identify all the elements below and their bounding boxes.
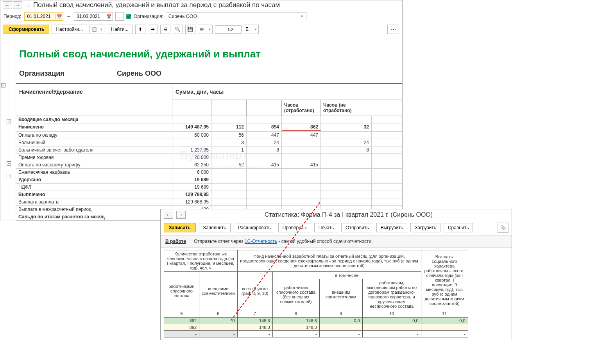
grid-row[interactable]: Премия годовая20 000 [16,154,402,161]
p4-cell[interactable]: - [199,331,238,337]
status-label[interactable]: В работе [165,239,186,244]
p4-cell[interactable]: 148,3 [237,324,272,331]
h-sub1: работниками списочного состава [164,272,199,310]
grid-row[interactable]: Ежемесячная надбавка6 000 [16,169,402,176]
nav-forward-button[interactable]: → [176,211,186,219]
p4-cell[interactable]: - [319,324,362,331]
date-to-input[interactable] [74,12,105,20]
print-button[interactable]: 🖨 [160,25,170,34]
p4-cell[interactable]: - [362,324,421,331]
grid-row[interactable]: Удержано19 689 [16,176,402,184]
date-dash: – [67,14,70,19]
p4-cell[interactable]: 148,3 [272,318,319,324]
more-button[interactable]: ⋯ [387,25,399,34]
cell [321,154,372,161]
h-block3: Выплаты социального характера работникам… [421,250,468,310]
p4-cell[interactable]: - [164,331,199,337]
grid-row[interactable]: НДФЛ19 689 [16,184,402,191]
date-from-input[interactable] [25,12,55,20]
cell: 415 [282,161,321,168]
mail-button[interactable]: ✉▾ [198,25,213,34]
date-from-field[interactable]: 📅 [24,12,63,21]
grid-row[interactable]: Входящее сальдо месяца [16,116,402,123]
status-link[interactable]: 1С-Отчетность [245,239,277,244]
col-sum: Сумма, дни, часы [172,84,402,100]
col-hours-worked: Часов (отработано) [282,100,321,116]
tree-toggle[interactable]: − [1,83,5,87]
h-block2: Фонд начисленной заработной платы за отч… [237,250,421,272]
col-name: Начисление/Удержание [16,84,172,116]
check-button[interactable]: Проверка ▾ [278,223,311,232]
period-select-button[interactable]: ... [115,12,124,21]
sum-button[interactable]: Σ▾ [244,25,259,34]
nav-forward-button[interactable]: → [13,1,22,9]
cell [211,176,247,183]
variants-button[interactable]: 📋▾ [90,25,104,34]
p4-cell[interactable]: 0,0 [421,318,468,324]
cell: 129 798,95 [172,191,211,198]
data-row-3[interactable]: ------- [164,331,468,337]
date-to-field[interactable]: 📅 [74,12,113,21]
org-value: Сирень ООО [168,14,197,19]
tree-toggle[interactable]: − [7,174,11,178]
org-select[interactable]: Сирень ООО ▼ [166,12,306,20]
tree-toggle[interactable]: − [7,119,11,123]
p4-cell[interactable]: 0,0 [362,318,421,324]
org-filter-checkbox[interactable] [126,14,131,19]
cell [211,184,247,191]
attach-button[interactable]: 📎 [498,223,508,233]
export-button[interactable]: Выгрузить [376,223,408,232]
grid-row[interactable]: Выплата зарплаты129 668,95 [16,198,402,206]
find-button[interactable]: Найти... [107,25,132,34]
send-button[interactable]: Отправить [341,223,373,232]
report-area: − − − − Полный свод начислений, удержани… [0,36,402,221]
cell: 24 [247,139,282,146]
row-name: Премия годовая [16,154,172,161]
row-name: Выплата зарплаты [16,198,172,205]
grid-row[interactable]: Больничный32424 [16,139,402,146]
zoom-input[interactable] [215,25,242,34]
calendar-icon[interactable]: 📅 [55,14,63,19]
colnum: 6 [199,310,238,318]
write-button[interactable]: Записать [164,223,196,232]
data-row-2[interactable]: 862-148,3148,3--- [164,324,468,331]
grid-row[interactable]: Начислено149 487,9511289486232 [16,123,402,132]
grid-row[interactable]: Оплата по окладу60 00056447447 [16,132,402,139]
p4-cell[interactable]: - [421,324,468,331]
print-button[interactable]: Печать [314,223,338,232]
settings-button[interactable]: Настройки... [52,25,87,34]
p4-cell[interactable]: 148,3 [272,324,319,331]
p4-cell[interactable]: 862 [164,318,199,324]
nav-back-button[interactable]: ← [164,211,173,219]
grid-row[interactable]: Выплачено129 798,95 [16,191,402,198]
p4-cell[interactable]: 148,3 [237,318,272,324]
grid-row[interactable]: Больничный за счет работодателя1 237,951… [16,146,402,154]
tree-toggle[interactable]: − [7,161,11,166]
cell [247,154,282,161]
data-row-1[interactable]: 8620148,3148,30,00,00,0 [164,318,468,324]
decode-button[interactable]: Расшифровать [234,223,275,232]
preview-button[interactable]: 🔍 [173,25,183,34]
save-button[interactable]: 💾 [185,25,195,34]
nav-back-button[interactable]: ← [3,1,12,9]
grid-row[interactable]: Оплата по часовому тарифу62 25052415415 [16,161,402,169]
expand-button[interactable]: ⬍ [135,25,145,34]
p4-cell[interactable]: - [199,324,238,331]
favorite-icon[interactable]: ☆ [25,2,31,9]
calendar-icon[interactable]: 📅 [105,14,113,19]
generate-button[interactable]: Сформировать [4,25,49,34]
import-button[interactable]: Загрузить [410,223,440,232]
compare-button[interactable]: Сравнить [444,223,473,232]
p4-cell[interactable]: 0,0 [319,318,362,324]
p4-cell[interactable]: - [272,331,319,337]
p4-cell[interactable]: 862 [164,324,199,331]
colnum: 8 [272,310,319,318]
p4-cell[interactable]: - [362,331,421,337]
cell [321,191,372,198]
cell [321,161,372,168]
p4-cell[interactable]: - [319,331,362,337]
p4-cell[interactable]: - [237,331,272,337]
p4-cell[interactable]: - [421,331,468,337]
fill-button[interactable]: Заполнить [199,223,231,232]
collapse-button[interactable]: ⬌ [148,25,158,34]
